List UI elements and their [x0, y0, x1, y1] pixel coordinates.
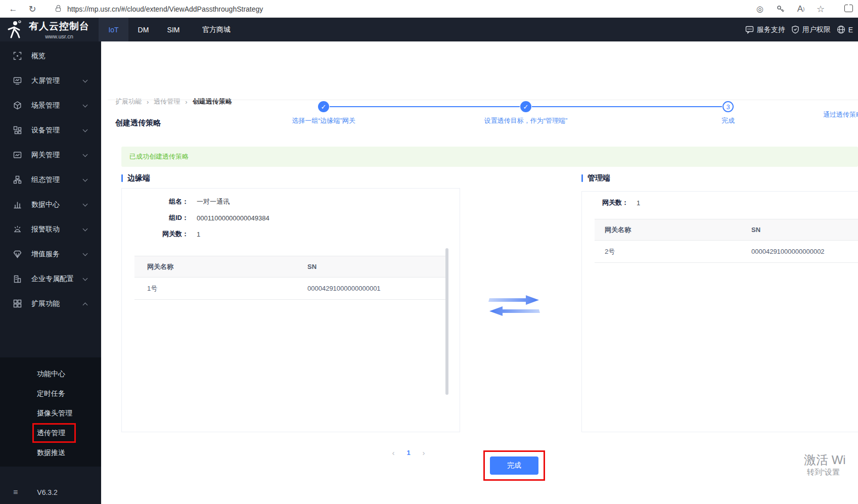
key-icon[interactable] [774, 0, 788, 18]
divider [108, 100, 858, 100]
submenu-item-data-push[interactable]: 数据推送 [0, 443, 101, 463]
breadcrumb: 扩展功能 › 透传管理 › 创建透传策略 [115, 97, 232, 106]
language-switch[interactable]: E [837, 25, 853, 34]
page-title: 创建透传策略 [115, 118, 161, 128]
manage-gateway-count-label: 网关数： [582, 198, 628, 207]
panel-scrollbar[interactable] [445, 248, 448, 395]
success-alert: 已成功创建透传策略 [121, 147, 858, 167]
transfer-arrows-icon [486, 293, 542, 318]
section-accent-bar [581, 174, 583, 182]
step-3-circle: 3 [722, 101, 734, 112]
table-header-row: 网关名称 SN [595, 219, 858, 241]
sidebar-submenu: 功能中心 定时任务 摄像头管理 透传管理 数据推送 [0, 357, 101, 467]
edge-gateway-count-label: 网关数： [122, 230, 189, 239]
sidebar-item-scene[interactable]: 场景管理 [0, 93, 101, 118]
edge-group-id-label: 组ID： [122, 213, 189, 222]
table-header-row: 网关名称 SN [134, 256, 448, 278]
cell-gateway-name: 1号 [147, 278, 157, 299]
collapse-sidebar-icon[interactable]: ≡ [13, 488, 18, 497]
chat-icon [745, 25, 754, 34]
tab-dm[interactable]: DM [128, 18, 158, 41]
col-gateway-name: 网关名称 [605, 219, 631, 240]
address-bar[interactable]: https://mp.usr.cn/#/cloud/extend/ViewAdd… [67, 0, 263, 18]
building-icon [13, 274, 22, 283]
next-page-button[interactable]: › [416, 448, 431, 457]
step-3-label: 完成 [662, 116, 794, 125]
edge-group-name-value: 一对一通讯 [197, 197, 230, 206]
breadcrumb-separator: › [147, 98, 149, 106]
watermark-line2: 转到“设置 [807, 468, 840, 477]
back-icon[interactable]: ← [6, 0, 20, 18]
sidebar-item-gateway[interactable]: 网关管理 [0, 143, 101, 167]
browser-bar: ← ↻ https://mp.usr.cn/#/cloud/extend/Vie… [0, 0, 858, 18]
scene-cube-icon [13, 101, 22, 110]
brand: 有人云控制台 www.usr.cn [25, 20, 93, 39]
overview-icon [13, 52, 22, 60]
service-support[interactable]: 服务支持 [745, 25, 785, 34]
sidebar-item-overview[interactable]: 概览 [0, 43, 101, 68]
step-2-label: 设置透传目标，作为“管理端” [460, 116, 592, 125]
chevron-down-icon [83, 202, 88, 207]
finish-button[interactable]: 完成 [490, 456, 538, 475]
brand-subtitle: www.usr.cn [25, 33, 93, 39]
step-1-label: 选择一组“边缘端”网关 [258, 116, 389, 125]
user-permission[interactable]: 用户权限 [791, 25, 831, 34]
version-label: V6.3.2 [37, 488, 57, 496]
chevron-down-icon [83, 103, 88, 108]
chevron-down-icon [83, 152, 88, 157]
edge-pagination: ‹ 1 › [386, 448, 431, 457]
chevron-down-icon [83, 251, 88, 256]
extend-squares-icon [13, 299, 22, 308]
read-aloud-icon[interactable]: A) [794, 0, 808, 18]
passthrough-strategy-link[interactable]: 通过透传策略 [823, 110, 858, 119]
tab-iot[interactable]: IoT [99, 18, 128, 41]
manage-gateway-table: 网关名称 SN 2号 00004291000000000002 [595, 219, 858, 263]
col-sn: SN [751, 219, 760, 240]
chevron-down-icon [83, 177, 88, 182]
sidebar-item-enterprise[interactable]: 企业专属配置 [0, 266, 101, 291]
edge-group-name-label: 组名： [122, 197, 189, 206]
refresh-icon[interactable]: ↻ [25, 0, 39, 18]
sidebar: 概览 大屏管理 场景管理 设备管理 网关管理 组态管理 [0, 41, 101, 504]
favorite-star-icon[interactable]: ☆ [814, 0, 828, 18]
manage-panel: 网关数：1 网关名称 SN 2号 00004291000000000002 [581, 191, 858, 432]
cell-gateway-name: 2号 [605, 241, 615, 262]
split-screen-icon[interactable] [844, 5, 853, 12]
step-1-circle: ✓ [318, 101, 329, 112]
globe-icon [837, 25, 845, 34]
shield-icon [791, 25, 799, 34]
edge-section-title: 边缘端 [121, 173, 150, 183]
submenu-item-scheduled-task[interactable]: 定时任务 [0, 384, 101, 403]
top-nav-tabs: IoT DM SIM 官方商城 [99, 18, 244, 41]
sidebar-item-scada[interactable]: 组态管理 [0, 167, 101, 192]
sidebar-item-bigscreen[interactable]: 大屏管理 [0, 68, 101, 93]
page-number-1[interactable]: 1 [401, 449, 416, 456]
prev-page-button[interactable]: ‹ [386, 448, 401, 457]
sidebar-item-vas[interactable]: 增值服务 [0, 242, 101, 266]
watermark-line1: 激活 Wi [804, 452, 846, 468]
tab-mall[interactable]: 官方商城 [189, 18, 244, 41]
breadcrumb-passthrough[interactable]: 透传管理 [154, 97, 180, 106]
submenu-item-function-center[interactable]: 功能中心 [0, 364, 101, 384]
col-gateway-name: 网关名称 [147, 256, 173, 277]
sidebar-item-device[interactable]: 设备管理 [0, 118, 101, 143]
submenu-item-passthrough[interactable]: 透传管理 [0, 423, 101, 443]
tab-sim[interactable]: SIM [158, 18, 189, 41]
sidebar-nav: 概览 大屏管理 场景管理 设备管理 网关管理 组态管理 [0, 43, 101, 316]
app-header: 有人云控制台 www.usr.cn IoT DM SIM 官方商城 服务支持 [0, 18, 858, 41]
usr-logo-icon[interactable] [5, 20, 23, 41]
sidebar-item-alarm[interactable]: 报警联动 [0, 217, 101, 242]
breadcrumb-separator: › [185, 98, 187, 106]
cell-sn: 00004291000000000002 [751, 241, 825, 262]
manage-gateway-count-value: 1 [637, 199, 640, 207]
breadcrumb-extend[interactable]: 扩展功能 [115, 97, 142, 106]
submenu-item-camera[interactable]: 摄像头管理 [0, 403, 101, 423]
sidebar-item-datacenter[interactable]: 数据中心 [0, 192, 101, 217]
screen-icon [13, 76, 22, 85]
table-row: 2号 00004291000000000002 [595, 241, 858, 263]
section-accent-bar [121, 174, 123, 182]
step-connector [532, 106, 722, 107]
target-icon[interactable]: ◎ [753, 0, 767, 18]
sidebar-item-extend[interactable]: 扩展功能 [0, 291, 101, 316]
step-connector [330, 106, 520, 107]
